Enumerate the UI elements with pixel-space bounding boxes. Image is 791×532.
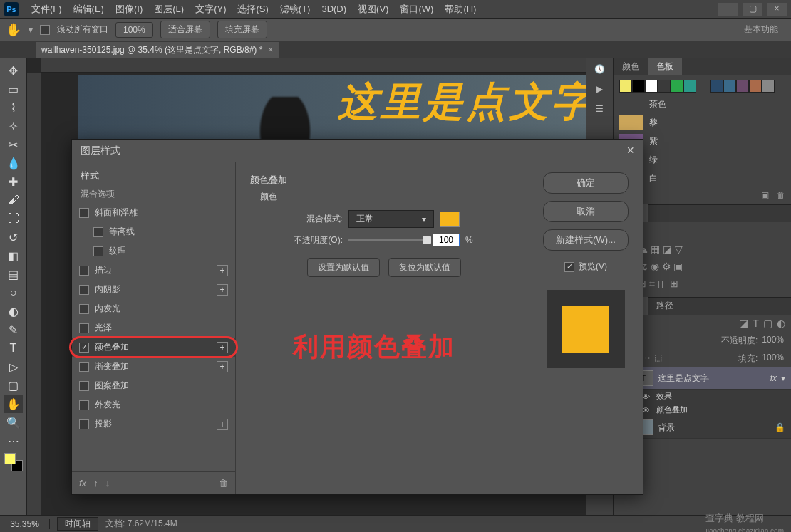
edit-toolbar-icon[interactable]: ⋯ [4,432,23,450]
cancel-button[interactable]: 取消 [543,201,629,222]
named-swatch[interactable]: 绿 [619,150,785,169]
eyedropper-tool-icon[interactable]: 💧 [4,154,23,172]
menu-image[interactable]: 图像(I) [110,3,148,16]
preview-checkbox[interactable]: 预览(V) [564,261,607,273]
reset-default-button[interactable]: 复位为默认值 [388,258,461,277]
fx-badge[interactable]: fx [770,373,777,383]
style-inner-glow[interactable]: 内发光 [72,299,235,318]
status-zoom[interactable]: 35.35% [0,519,50,529]
arrow-down-icon[interactable]: ↓ [105,478,110,489]
history-brush-tool-icon[interactable]: ↺ [4,228,23,246]
close-tab-icon[interactable]: × [268,45,273,55]
blend-options[interactable]: 混合选项 [72,185,235,203]
menu-edit[interactable]: 编辑(E) [68,3,110,16]
delete-swatch-icon[interactable]: 🗑 [777,190,785,200]
opacity-value[interactable]: 100% [762,335,784,347]
dialog-titlebar[interactable]: 图层样式 × [72,140,643,162]
make-default-button[interactable]: 设置为默认值 [307,258,380,277]
fit-screen-button[interactable]: 适合屏幕 [160,21,210,38]
document-tab[interactable]: wallhaven-350125.jpg @ 35.4% (这里是点文字, RG… [36,42,279,58]
window-maximize-icon[interactable]: ▢ [743,3,762,16]
chevron-down-icon[interactable]: ▾ [781,373,785,383]
shape-tool-icon[interactable]: ▢ [4,376,23,395]
blend-mode-select[interactable]: 正常▾ [348,210,434,228]
filter-icon[interactable]: ◪ [739,318,748,329]
swatch[interactable] [671,80,683,93]
opacity-input[interactable]: 100 [433,234,460,246]
ok-button[interactable]: 确定 [543,172,629,194]
visibility-icon[interactable]: 👁 [642,406,652,414]
swatch[interactable] [736,80,749,93]
swatch[interactable] [723,80,736,93]
swatch[interactable] [658,80,671,93]
hand-tool-icon-toolbox[interactable]: ✋ [4,395,23,413]
path-select-tool-icon[interactable]: ▷ [4,358,23,376]
add-icon[interactable]: + [217,361,228,372]
color-overlay-checkbox[interactable] [79,343,89,353]
pen-tool-icon[interactable]: ✎ [4,320,23,339]
style-outer-glow[interactable]: 外发光 [72,395,235,414]
overlay-color-chip[interactable] [440,212,460,227]
menu-window[interactable]: 窗口(W) [394,3,439,16]
named-swatch[interactable]: 黎 [619,113,785,132]
color-swatches[interactable] [4,453,23,471]
add-icon[interactable]: + [217,419,228,430]
scroll-all-checkbox[interactable] [40,25,50,35]
tab-color[interactable]: 颜色 [614,58,648,75]
menu-layer[interactable]: 图层(L) [148,3,190,16]
style-pattern-overlay[interactable]: 图案叠加 [72,376,235,395]
workspace-label[interactable]: 基本功能 [737,24,785,36]
timeline-button[interactable]: 时间轴 [57,517,98,531]
new-swatch-icon[interactable]: ▣ [761,190,769,200]
move-tool-icon[interactable]: ✥ [4,61,23,80]
blur-tool-icon[interactable]: ○ [4,283,23,302]
type-filter-icon[interactable]: T [753,318,759,329]
swatch[interactable] [619,80,632,93]
marquee-tool-icon[interactable]: ▭ [4,80,23,98]
add-icon[interactable]: + [217,284,228,296]
style-inner-shadow[interactable]: 内阴影+ [72,280,235,299]
swatch[interactable] [749,80,762,93]
add-icon[interactable]: + [217,265,228,276]
style-satin[interactable]: 光泽 [72,318,235,338]
style-color-overlay[interactable]: 颜色叠加 + [72,338,235,357]
style-texture[interactable]: 纹理 [72,241,235,261]
zoom-tool-icon[interactable]: 🔍 [4,413,23,432]
wand-tool-icon[interactable]: ✧ [4,117,23,135]
tab-swatches[interactable]: 色板 [648,58,682,75]
close-icon[interactable]: × [626,143,634,158]
menu-view[interactable]: 视图(V) [352,3,394,16]
swatch[interactable] [762,80,775,93]
swatch[interactable] [710,80,723,93]
actions-panel-icon[interactable]: ▶ [596,84,603,94]
lasso-tool-icon[interactable]: ⌇ [4,98,23,117]
eraser-tool-icon[interactable]: ◧ [4,246,23,265]
fx-menu-icon[interactable]: fx [79,478,86,489]
foreground-color[interactable] [4,453,16,464]
menu-type[interactable]: 文字(Y) [190,3,232,16]
swatch[interactable] [683,80,696,93]
named-swatch[interactable]: 茶色 [619,95,785,113]
zoom-value-button[interactable]: 100% [115,22,153,38]
trash-icon[interactable]: 🗑 [219,478,228,489]
arrow-up-icon[interactable]: ↑ [93,478,98,489]
opacity-slider[interactable] [348,239,427,241]
style-drop-shadow[interactable]: 投影+ [72,414,235,434]
menu-help[interactable]: 帮助(H) [439,3,482,16]
crop-tool-icon[interactable]: ✂ [4,135,23,154]
heal-tool-icon[interactable]: ✚ [4,172,23,191]
swatch[interactable] [632,80,645,93]
menu-filter[interactable]: 滤镜(T) [274,3,316,16]
smart-filter-icon[interactable]: ◐ [777,318,785,329]
window-minimize-icon[interactable]: – [718,3,738,16]
history-panel-icon[interactable]: 🕔 [594,64,605,74]
shape-filter-icon[interactable]: ▢ [763,318,772,329]
swatch[interactable] [645,80,658,93]
visibility-icon[interactable]: 👁 [642,392,652,401]
gradient-tool-icon[interactable]: ▤ [4,265,23,283]
window-close-icon[interactable]: × [767,3,787,16]
dodge-tool-icon[interactable]: ◐ [4,302,23,320]
named-swatch[interactable]: 白 [619,169,785,187]
fill-screen-button[interactable]: 填充屏幕 [217,21,267,38]
style-bevel[interactable]: 斜面和浮雕 [72,203,235,222]
